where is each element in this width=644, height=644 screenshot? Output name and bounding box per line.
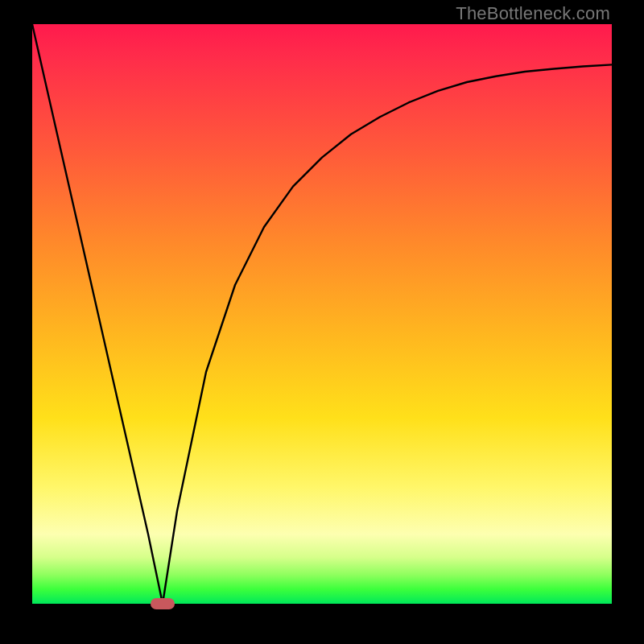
attribution-label: TheBottleneck.com [456,3,610,24]
plot-area [32,24,612,604]
chart-frame: TheBottleneck.com [0,0,644,644]
bottleneck-curve [32,24,612,604]
optimal-marker [151,598,175,609]
